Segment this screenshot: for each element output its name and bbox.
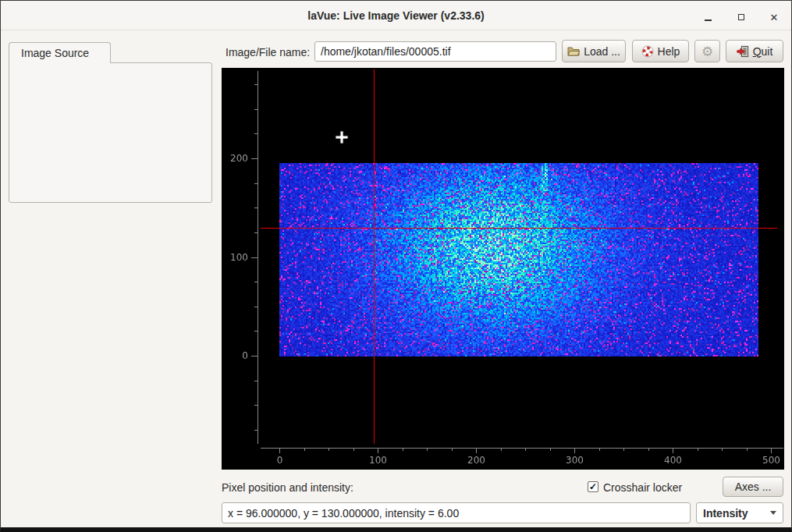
close-icon: ✕ (770, 12, 779, 23)
quit-button[interactable]: Quit (726, 40, 783, 62)
close-button[interactable]: ✕ (766, 10, 782, 24)
exit-door-icon (737, 45, 749, 58)
gear-icon: ⚙ (701, 44, 713, 59)
plot-canvas[interactable] (222, 68, 784, 470)
lifebuoy-icon (641, 45, 654, 58)
maximize-button[interactable] (733, 10, 749, 24)
app-window: laVue: Live Image Viewer (v2.33.6) ✕ Ima… (0, 0, 792, 532)
pixel-position-label: Pixel position and intensity: (222, 481, 353, 494)
load-button-label: Load ... (584, 45, 620, 58)
crosshair-locker-label: Crosshair locker (603, 481, 682, 494)
titlebar: laVue: Live Image Viewer (v2.33.6) ✕ (1, 1, 791, 30)
image-source-frame (9, 62, 212, 203)
tab-image-source[interactable]: Image Source (9, 42, 111, 63)
file-name-value: /home/jkotan/files/00005.tif (321, 45, 451, 58)
axes-button[interactable]: Axes ... (723, 477, 783, 497)
intensity-scaling-value: Intensity (703, 507, 748, 520)
image-plot[interactable] (222, 68, 784, 470)
minimize-icon (705, 20, 712, 21)
pixel-position-value: x = 96.000000, y = 130.000000, intensity… (228, 507, 459, 520)
help-button[interactable]: Help (632, 40, 689, 62)
settings-button[interactable]: ⚙ (694, 40, 720, 62)
file-name-input[interactable]: /home/jkotan/files/00005.tif (314, 41, 556, 62)
crosshair-locker-checkbox[interactable]: ✓ (588, 481, 598, 492)
file-name-label: Image/File name: (226, 46, 310, 59)
folder-icon (567, 46, 580, 57)
checkmark-icon: ✓ (589, 482, 597, 491)
axes-button-label: Axes ... (735, 481, 772, 493)
tab-image-source-label: Image Source (21, 47, 89, 59)
maximize-icon (738, 14, 744, 20)
chevron-down-icon (770, 511, 776, 515)
minimize-button[interactable] (700, 10, 716, 24)
quit-button-label: Quit (753, 45, 773, 58)
window-title: laVue: Live Image Viewer (v2.33.6) (1, 9, 791, 22)
help-button-label: Help (658, 45, 680, 58)
pixel-position-input[interactable]: x = 96.000000, y = 130.000000, intensity… (222, 502, 691, 523)
intensity-scaling-combobox[interactable]: Intensity (696, 502, 783, 523)
load-button[interactable]: Load ... (562, 40, 626, 62)
